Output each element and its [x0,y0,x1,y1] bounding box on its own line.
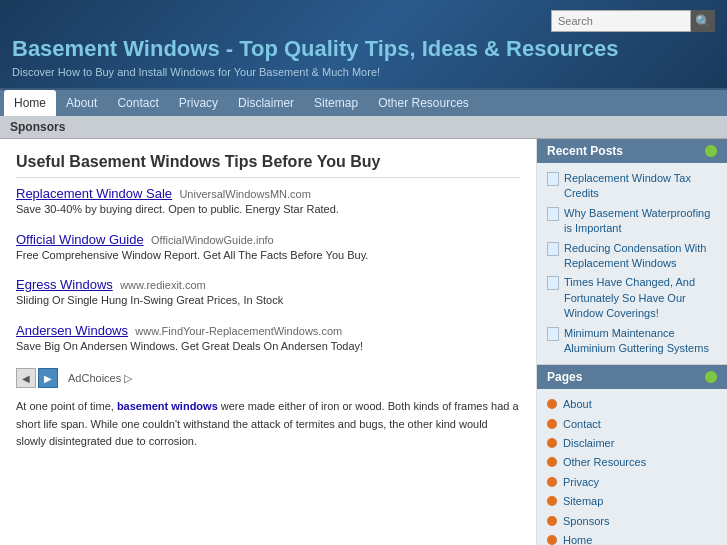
recent-posts-header: Recent Posts [537,139,727,163]
ad-controls: ◀ ▶ AdChoices ▷ [16,368,520,388]
pages-link[interactable]: Other Resources [563,455,646,470]
recent-posts-title: Recent Posts [547,144,623,158]
page-icon [547,172,559,186]
pages-link[interactable]: Privacy [563,475,599,490]
ad-block: Replacement Window Sale UniversalWindows… [16,186,520,218]
search-icon: 🔍 [695,14,711,29]
ad-desc: Save Big On Andersen Windows. Get Great … [16,338,520,355]
ad-url: UniversalWindowsMN.com [179,188,310,200]
pages-content: AboutContactDisclaimerOther ResourcesPri… [537,389,727,545]
main-wrap: Useful Basement Windows Tips Before You … [0,139,727,545]
recent-post-link[interactable]: Why Basement Waterproofing is Important [564,206,717,237]
ad-url: www.FindYour-ReplacementWindows.com [135,325,342,337]
nav-list: HomeAboutContactPrivacyDisclaimerSitemap… [0,90,727,116]
page-icon [547,207,559,221]
ad-title[interactable]: Official Window Guide [16,232,144,247]
ad-desc: Save 30-40% by buying direct. Open to pu… [16,201,520,218]
nav-link-other-resources[interactable]: Other Resources [368,90,479,116]
page-icon [547,327,559,341]
recent-posts-content: Replacement Window Tax CreditsWhy Baseme… [537,163,727,365]
pages-section: Pages AboutContactDisclaimerOther Resour… [537,365,727,545]
ad-choices-label: AdChoices ▷ [68,372,132,385]
recent-posts-list: Replacement Window Tax CreditsWhy Baseme… [547,169,717,358]
page-heading: Useful Basement Windows Tips Before You … [16,153,520,178]
recent-post-item[interactable]: Reducing Condensation With Replacement W… [547,239,717,274]
pages-title: Pages [547,370,582,384]
bullet-icon [547,535,557,545]
recent-post-link[interactable]: Reducing Condensation With Replacement W… [564,241,717,272]
ad-title[interactable]: Egress Windows [16,277,113,292]
search-button[interactable]: 🔍 [691,10,715,32]
ad-next-button[interactable]: ▶ [38,368,58,388]
recent-post-item[interactable]: Minimum Maintenance Aluminium Guttering … [547,324,717,359]
recent-posts-section: Recent Posts Replacement Window Tax Cred… [537,139,727,365]
nav-link-contact[interactable]: Contact [107,90,168,116]
ads-list: Replacement Window Sale UniversalWindows… [16,186,520,354]
nav-link-privacy[interactable]: Privacy [169,90,228,116]
pages-link[interactable]: About [563,397,592,412]
pages-dot [705,371,717,383]
bullet-icon [547,419,557,429]
recent-post-item[interactable]: Why Basement Waterproofing is Important [547,204,717,239]
pages-item[interactable]: Contact [547,415,717,434]
pages-header: Pages [537,365,727,389]
bullet-icon [547,399,557,409]
recent-posts-dot [705,145,717,157]
nav-link-home[interactable]: Home [4,90,56,116]
nav-item-about[interactable]: About [56,90,107,116]
bullet-icon [547,457,557,467]
ad-url: www.rediexit.com [120,279,206,291]
nav-item-contact[interactable]: Contact [107,90,168,116]
nav-item-disclaimer[interactable]: Disclaimer [228,90,304,116]
ad-block: Andersen Windows www.FindYour-Replacemen… [16,323,520,355]
nav-link-disclaimer[interactable]: Disclaimer [228,90,304,116]
bullet-icon [547,516,557,526]
pages-item[interactable]: Other Resources [547,453,717,472]
ad-desc: Sliding Or Single Hung In-Swing Great Pr… [16,292,520,309]
sponsors-bar: Sponsors [0,116,727,139]
sidebar: Recent Posts Replacement Window Tax Cred… [537,139,727,545]
recent-post-item[interactable]: Replacement Window Tax Credits [547,169,717,204]
nav-link-sitemap[interactable]: Sitemap [304,90,368,116]
site-tagline: Discover How to Buy and Install Windows … [12,66,715,78]
site-title: Basement Windows - Top Quality Tips, Ide… [12,36,715,62]
ad-block: Egress Windows www.rediexit.com Sliding … [16,277,520,309]
bullet-icon [547,438,557,448]
recent-post-link[interactable]: Minimum Maintenance Aluminium Guttering … [564,326,717,357]
nav-item-home[interactable]: Home [4,90,56,116]
pages-item[interactable]: Home [547,531,717,545]
search-bar: 🔍 [551,10,715,32]
pages-item[interactable]: About [547,395,717,414]
search-input[interactable] [551,10,691,32]
pages-link[interactable]: Sitemap [563,494,603,509]
nav-item-sitemap[interactable]: Sitemap [304,90,368,116]
bullet-icon [547,496,557,506]
pages-item[interactable]: Sponsors [547,512,717,531]
ad-prev-button[interactable]: ◀ [16,368,36,388]
pages-item[interactable]: Disclaimer [547,434,717,453]
pages-link[interactable]: Contact [563,417,601,432]
ad-title[interactable]: Andersen Windows [16,323,128,338]
nav-link-about[interactable]: About [56,90,107,116]
pages-item[interactable]: Privacy [547,473,717,492]
article-text: At one point of time, basement windows w… [16,398,520,451]
main-nav: HomeAboutContactPrivacyDisclaimerSitemap… [0,88,727,116]
recent-post-item[interactable]: Times Have Changed, And Fortunately So H… [547,273,717,323]
pages-link[interactable]: Disclaimer [563,436,614,451]
nav-item-other-resources[interactable]: Other Resources [368,90,479,116]
pages-link[interactable]: Home [563,533,592,545]
page-icon [547,276,559,290]
bullet-icon [547,477,557,487]
page-icon [547,242,559,256]
pages-link[interactable]: Sponsors [563,514,609,529]
ad-title[interactable]: Replacement Window Sale [16,186,172,201]
recent-post-link[interactable]: Times Have Changed, And Fortunately So H… [564,275,717,321]
pages-item[interactable]: Sitemap [547,492,717,511]
ad-url: OfficialWindowGuide.info [151,234,274,246]
nav-item-privacy[interactable]: Privacy [169,90,228,116]
content-area: Useful Basement Windows Tips Before You … [0,139,537,545]
pages-list: AboutContactDisclaimerOther ResourcesPri… [547,395,717,545]
ad-desc: Free Comprehensive Window Report. Get Al… [16,247,520,264]
ad-block: Official Window Guide OfficialWindowGuid… [16,232,520,264]
recent-post-link[interactable]: Replacement Window Tax Credits [564,171,717,202]
